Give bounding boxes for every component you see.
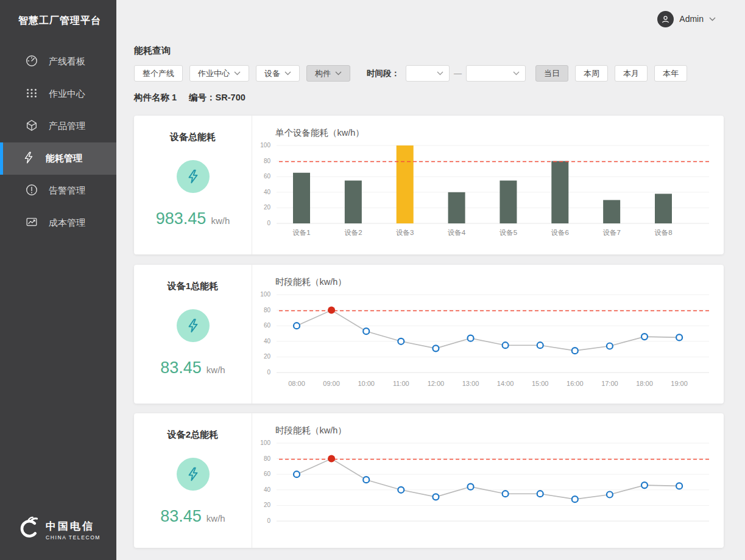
period-week-button[interactable]: 本周 <box>575 65 608 82</box>
svg-text:19:00: 19:00 <box>671 380 688 387</box>
page-title: 能耗查询 <box>134 45 745 57</box>
svg-text:设备8: 设备8 <box>654 229 672 236</box>
sidebar-item-label: 告警管理 <box>49 185 85 197</box>
chevron-down-icon <box>513 71 520 75</box>
chevron-down-icon[interactable] <box>709 17 716 21</box>
sidebar-item-energy-management[interactable]: 能耗管理 <box>0 142 116 175</box>
summary-title: 设备总能耗 <box>170 131 216 143</box>
chart-title: 时段能耗（kw/h） <box>275 276 724 288</box>
svg-text:80: 80 <box>264 455 271 462</box>
svg-text:40: 40 <box>264 189 271 195</box>
filter-whole-line-button[interactable]: 整个产线 <box>134 65 183 82</box>
hourly-energy-line-chart: 020406080100 <box>260 440 713 547</box>
svg-text:12:00: 12:00 <box>428 380 445 387</box>
cost-chart-icon <box>25 215 38 231</box>
sidebar-menu: 产线看板 作业中心 产品管理 <box>0 46 116 239</box>
sidebar-item-label: 能耗管理 <box>46 153 82 164</box>
alert-icon <box>25 183 38 198</box>
sidebar-item-product-management[interactable]: 产品管理 <box>0 110 116 142</box>
period-month-button[interactable]: 本月 <box>615 65 648 82</box>
gauge-icon <box>25 54 38 69</box>
svg-text:100: 100 <box>260 440 270 446</box>
china-telecom-logo-icon <box>16 516 40 543</box>
energy-value: 983.45 <box>156 209 207 228</box>
sidebar-item-work-center[interactable]: 作业中心 <box>0 78 116 110</box>
energy-unit: kw/h <box>207 513 225 523</box>
total-energy-card: 设备总能耗 983.45 kw/h 单个设备能耗（kw/h） 020406080… <box>134 116 724 254</box>
sidebar-item-label: 产品管理 <box>49 121 85 132</box>
svg-text:20: 20 <box>264 353 271 360</box>
svg-text:11:00: 11:00 <box>393 380 409 387</box>
china-telecom-logo: 中国电信 CHINA TELECOM <box>0 516 116 543</box>
svg-text:17:00: 17:00 <box>601 380 618 387</box>
svg-text:设备6: 设备6 <box>551 229 569 236</box>
summary-title: 设备1总能耗 <box>168 281 218 292</box>
svg-text:60: 60 <box>264 471 271 477</box>
svg-text:100: 100 <box>260 142 270 149</box>
svg-text:20: 20 <box>264 204 271 211</box>
time-range-label: 时间段： <box>367 68 400 79</box>
grid-dots-icon <box>25 86 38 102</box>
cube-icon <box>25 119 38 134</box>
time-range-start-select[interactable] <box>406 65 450 82</box>
app-title: 智慧工厂管理平台 <box>0 0 116 27</box>
sidebar-item-label: 作业中心 <box>49 88 85 100</box>
sidebar-item-label: 成本管理 <box>49 217 85 229</box>
svg-text:60: 60 <box>264 173 271 180</box>
summary-panel: 设备2总能耗 83.45 kw/h <box>134 413 252 548</box>
sidebar-item-cost-management[interactable]: 成本管理 <box>0 207 116 239</box>
period-button-group: 当日 本周 本月 本年 <box>535 65 694 82</box>
energy-value: 83.45 <box>160 359 202 377</box>
chevron-down-icon <box>437 71 443 75</box>
energy-unit: kw/h <box>211 215 230 226</box>
svg-text:0: 0 <box>267 517 270 524</box>
filter-component-dropdown[interactable]: 构件 <box>306 65 350 82</box>
svg-text:09:00: 09:00 <box>323 380 340 387</box>
filter-work-center-dropdown[interactable]: 作业中心 <box>189 65 249 82</box>
chevron-down-icon <box>234 71 241 75</box>
range-separator: — <box>454 69 462 78</box>
time-range-end-select[interactable] <box>466 65 526 82</box>
device-energy-bar-chart: 020406080100设备1设备2设备3设备4设备5设备6设备7设备8 <box>260 142 713 250</box>
energy-bolt-icon <box>177 160 210 193</box>
svg-text:14:00: 14:00 <box>497 380 514 387</box>
svg-text:设备7: 设备7 <box>602 229 620 236</box>
svg-text:40: 40 <box>264 486 271 493</box>
main-content: Admin 能耗查询 整个产线 作业中心 设备 构件 时间段： — 当日 本周 <box>116 0 745 560</box>
svg-text:13:00: 13:00 <box>462 380 479 387</box>
component-code: 编号：SR-700 <box>189 92 245 103</box>
svg-text:设备5: 设备5 <box>500 229 517 236</box>
period-year-button[interactable]: 本年 <box>654 65 687 82</box>
sidebar: 智慧工厂管理平台 产线看板 作业中心 <box>0 0 116 560</box>
logo-text-cn: 中国电信 <box>46 519 101 533</box>
energy-value: 83.45 <box>160 507 202 526</box>
chart-title: 单个设备能耗（kw/h） <box>275 127 724 139</box>
svg-text:100: 100 <box>260 292 270 298</box>
device1-energy-card: 设备1总能耗 83.45 kw/h 时段能耗（kw/h） 02040608010… <box>134 265 724 404</box>
chart-area: 单个设备能耗（kw/h） 020406080100设备1设备2设备3设备4设备5… <box>252 116 724 254</box>
chart-title: 时段能耗（kw/h） <box>275 425 724 436</box>
user-avatar[interactable] <box>657 11 674 27</box>
filter-row: 整个产线 作业中心 设备 构件 时间段： — 当日 本周 本月 本年 <box>134 65 745 82</box>
component-subheader: 构件名称 1 编号：SR-700 <box>134 92 745 103</box>
hourly-energy-line-chart: 02040608010008:0009:0010:0011:0012:0013:… <box>260 292 713 399</box>
svg-text:设备4: 设备4 <box>448 229 466 236</box>
svg-text:60: 60 <box>264 322 271 329</box>
summary-panel: 设备总能耗 983.45 kw/h <box>134 116 252 254</box>
svg-text:设备2: 设备2 <box>344 229 362 236</box>
logo-text-en: CHINA TELECOM <box>46 534 101 541</box>
period-today-button[interactable]: 当日 <box>535 65 568 82</box>
svg-text:18:00: 18:00 <box>636 380 653 387</box>
sidebar-item-production-board[interactable]: 产线看板 <box>0 46 116 78</box>
device2-energy-card: 设备2总能耗 83.45 kw/h 时段能耗（kw/h） 02040608010… <box>134 413 724 548</box>
chevron-down-icon <box>335 71 342 75</box>
sidebar-item-alarm-management[interactable]: 告警管理 <box>0 175 116 207</box>
filter-device-dropdown[interactable]: 设备 <box>256 65 300 82</box>
component-name: 构件名称 1 <box>134 92 177 103</box>
user-name[interactable]: Admin <box>679 14 704 24</box>
summary-panel: 设备1总能耗 83.45 kw/h <box>134 265 252 404</box>
svg-text:15:00: 15:00 <box>532 380 549 387</box>
svg-text:设备3: 设备3 <box>396 229 414 236</box>
svg-text:10:00: 10:00 <box>358 380 375 387</box>
svg-text:20: 20 <box>264 502 271 508</box>
